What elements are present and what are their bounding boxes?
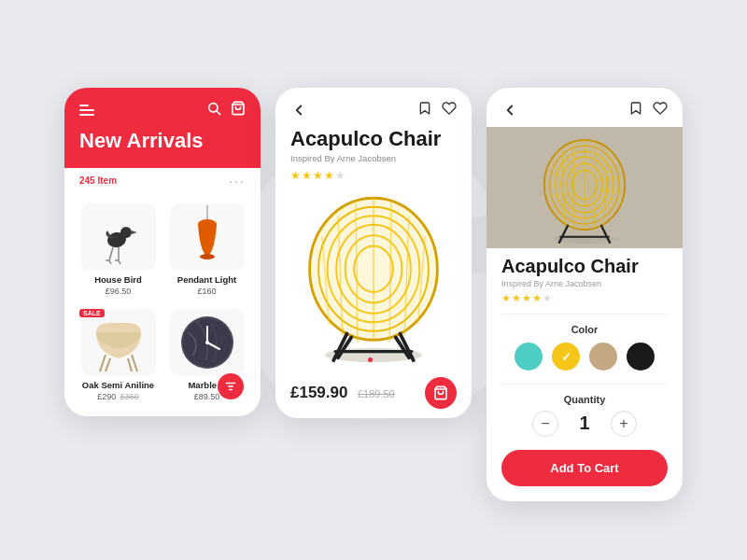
product-img-pendant-light (170, 203, 245, 271)
rating-stars-3: ★ ★ ★ ★ ★ (486, 292, 683, 314)
chair-display (275, 189, 472, 357)
top-icons-row (79, 101, 246, 119)
hamburger-icon[interactable] (79, 105, 94, 116)
product-title-3: Acapulco Chair (486, 248, 683, 279)
phone-product-config: Acapulco Chair Inspired By Arne Jacobsen… (486, 88, 683, 501)
svg-line-6 (109, 247, 113, 260)
quantity-row: − 1 + (486, 411, 683, 437)
product-price: £160 (168, 287, 246, 296)
color-label: Color (486, 324, 683, 335)
sale-badge: SALE (79, 309, 105, 317)
product-subtitle: Inspired By Arne Jacobsen (275, 153, 472, 169)
product-image-bg (486, 127, 683, 248)
svg-point-41 (311, 199, 437, 339)
price-current: £159.90 (290, 384, 347, 401)
item-count: 245 Item (79, 175, 117, 186)
product-name: House Bird (79, 274, 157, 285)
svg-point-23 (205, 341, 209, 344)
search-icon[interactable] (206, 101, 221, 119)
quantity-value: 1 (573, 413, 596, 434)
decrease-qty-button[interactable]: − (532, 411, 558, 437)
product-house-bird[interactable]: House Bird £96.50 (74, 196, 162, 301)
product-img-house-bird (81, 203, 156, 271)
page-title: New Arrivals (79, 129, 246, 153)
add-to-cart-button[interactable] (425, 377, 457, 409)
product-subtitle-3: Inspired By Arne Jacobsen (486, 279, 683, 292)
header-red: New Arrivals (64, 88, 261, 168)
phone-new-arrivals: New Arrivals 245 Item ··· (64, 88, 261, 416)
product-img-oak-chair (81, 309, 156, 376)
bookmark-icon[interactable] (417, 101, 432, 119)
svg-line-16 (132, 355, 137, 371)
star-1: ★ (290, 169, 301, 182)
svg-line-9 (109, 260, 111, 264)
star-empty: ★ (335, 169, 345, 182)
top-bar-3 (486, 88, 683, 127)
back-button[interactable] (290, 102, 307, 119)
svg-line-15 (100, 355, 106, 371)
star-3: ★ (313, 169, 323, 182)
phone-product-detail: Acapulco Chair Inspired By Arne Jacobsen… (275, 88, 472, 418)
product-img-marble-clock (170, 309, 245, 376)
color-teal[interactable] (514, 343, 543, 371)
svg-line-18 (128, 358, 132, 371)
product-oak-chair[interactable]: SALE Oak Semi Aniline £290 (74, 301, 162, 407)
increase-qty-button[interactable]: + (611, 411, 637, 437)
product-price: £290 £360 (79, 392, 157, 401)
divider-2 (501, 384, 668, 385)
subtitle-row: 245 Item ··· (64, 168, 261, 196)
star3-empty: ★ (543, 292, 552, 304)
minus-icon: − (541, 415, 549, 432)
price-old: £189.50 (358, 388, 395, 399)
svg-point-14 (200, 254, 215, 259)
top-right-icons-3 (628, 101, 668, 119)
product-price: £96.50 (79, 287, 157, 296)
top-right-icons (417, 101, 457, 119)
dot-active (368, 357, 373, 362)
svg-line-17 (106, 358, 110, 371)
top-bar (275, 88, 472, 127)
svg-line-1 (217, 111, 220, 115)
plus-icon: + (619, 415, 627, 432)
product-title: Acapulco Chair (275, 127, 472, 153)
wishlist-icon[interactable] (442, 101, 457, 119)
star3-2: ★ (512, 292, 521, 304)
wishlist-icon-3[interactable] (653, 101, 668, 119)
quantity-label: Quantity (486, 394, 683, 405)
quantity-section: Quantity − 1 + (486, 394, 683, 437)
price-row: £159.90 £189.50 (275, 368, 472, 418)
star-2: ★ (302, 169, 312, 182)
product-marble-clock[interactable]: Marble C £89.50 (162, 301, 251, 407)
star3-1: ★ (501, 292, 511, 304)
filter-fab-button[interactable] (218, 373, 244, 399)
product-name: Oak Semi Aniline (79, 380, 157, 390)
header-right-icons (206, 101, 246, 119)
color-tan[interactable] (589, 343, 617, 371)
product-name: Pendant Light (168, 274, 246, 285)
star3-half: ★ (532, 292, 542, 304)
svg-point-60 (544, 140, 624, 229)
more-options-icon[interactable]: ··· (229, 174, 246, 189)
product-pendant-light[interactable]: Pendant Light £160 (162, 196, 251, 301)
color-yellow[interactable] (552, 343, 580, 371)
color-black[interactable] (627, 343, 655, 371)
svg-marker-5 (132, 231, 137, 234)
product-grid: House Bird £96.50 Pendant Light £160 (64, 196, 261, 416)
cart-icon[interactable] (231, 101, 246, 119)
color-selector (486, 343, 683, 371)
star3-3: ★ (522, 292, 531, 304)
svg-line-11 (119, 260, 120, 264)
divider (501, 314, 668, 315)
phones-container: New Arrivals 245 Item ··· (64, 60, 683, 501)
dot-1 (375, 357, 380, 362)
page-title-section: New Arrivals (79, 129, 246, 157)
price-section: £159.90 £189.50 (290, 384, 395, 402)
back-button-3[interactable] (501, 102, 518, 119)
star-half: ★ (324, 169, 334, 182)
bookmark-icon-3[interactable] (628, 101, 643, 119)
add-to-cart-button-3[interactable]: Add To Cart (501, 450, 668, 486)
svg-point-4 (120, 227, 132, 238)
